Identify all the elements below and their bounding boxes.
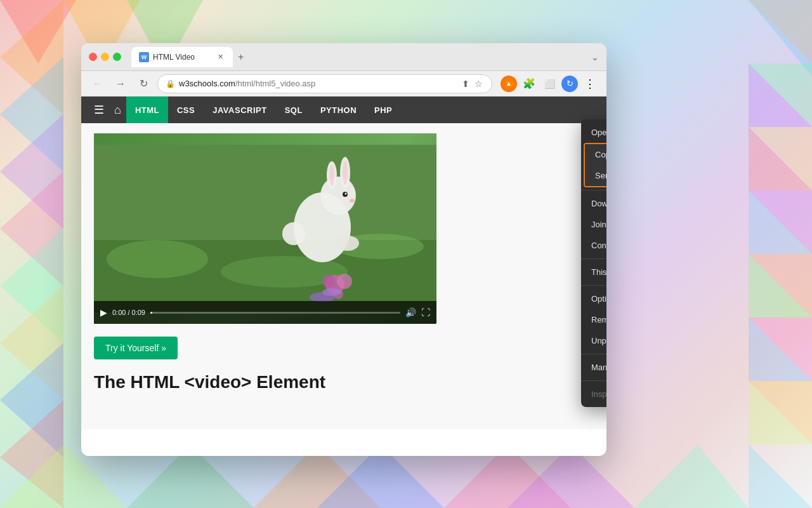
tab-favicon: W [139,52,149,62]
progress-fill [150,312,152,314]
menu-item-send-page-link[interactable]: Send Page Link to VLC [585,165,606,186]
play-button[interactable]: ▶ [100,307,107,318]
extensions-button[interactable]: 🧩 [520,75,538,93]
menu-separator-5 [581,380,606,381]
back-button[interactable]: ← [89,75,107,93]
menu-item-join-audio[interactable]: Join Audio Files [581,214,606,235]
browser-tab[interactable]: W HTML Video ✕ [131,47,233,67]
new-tab-button[interactable]: + [235,49,246,65]
video-controls: ▶ 0:00 / 0:09 🔊 ⛶ [94,301,436,324]
url-text: w3schools.com/html/html5_video.asp [179,79,315,88]
forward-button[interactable]: → [112,75,129,93]
fullscreen-button[interactable]: ⛶ [421,307,430,318]
svg-marker-13 [749,0,812,64]
refresh-button[interactable]: ↻ [134,75,152,93]
svg-point-52 [350,199,355,203]
home-button[interactable]: ⌂ [109,98,126,122]
svg-marker-26 [749,444,812,508]
vlc-extension-button[interactable]: ▲ [500,75,518,93]
svg-point-39 [337,274,352,289]
video-thumbnail [94,133,436,324]
sidebar-button[interactable]: ⬜ [540,75,558,93]
nav-item-html[interactable]: HTML [126,97,168,123]
menu-separator-3 [581,285,606,286]
svg-point-51 [345,193,347,195]
url-path: /html/html5_video.asp [235,79,315,88]
vlc-icon: ▲ [501,76,517,92]
tab-expand-button[interactable]: ⌄ [591,52,599,62]
nav-item-php[interactable]: PHP [365,97,401,123]
video-time: 0:00 / 0:09 [112,309,145,316]
svg-point-48 [329,164,334,186]
bookmark-button[interactable]: ☆ [473,77,484,90]
menu-item-unpin[interactable]: Unpin [581,330,606,351]
menu-item-site-data[interactable]: This can read and change site data › [581,262,606,283]
url-actions: ⬆ ☆ [461,77,484,90]
sync-button[interactable]: ↻ [561,75,579,93]
more-button[interactable]: ⋮ [581,75,599,93]
maximize-button[interactable] [113,53,121,61]
address-bar: ← → ↻ 🔒 w3schools.com/html/html5_video.a… [81,71,606,97]
tab-close-button[interactable]: ✕ [215,52,225,62]
nav-item-javascript[interactable]: JAVASCRIPT [204,97,275,123]
menu-item-manage-extension[interactable]: Manage extension [581,357,606,378]
tab-title: HTML Video [153,53,195,62]
menu-separator-2 [581,258,606,259]
menu-item-remove-chrome[interactable]: Remove from Chrome... [581,309,606,330]
url-domain: w3schools.com [179,79,235,88]
page-content: ▶ 0:00 / 0:09 🔊 ⛶ Try it Yourself » The … [81,123,606,429]
toolbar-icons: ▲ 🧩 ⬜ ↻ ⋮ [500,75,599,93]
menu-item-convert-mp3[interactable]: Convert to MP3 [581,235,606,256]
nav-item-python[interactable]: PYTHON [311,97,365,123]
traffic-lights [89,53,121,61]
sync-icon: ↻ [561,76,578,92]
menu-item-open-vlc[interactable]: Open in VLC™ media player [581,122,606,143]
more-icon: ⋮ [584,77,596,91]
menu-item-options[interactable]: Options [581,288,606,309]
svg-marker-32 [634,444,749,508]
svg-point-35 [107,240,208,278]
minimize-button[interactable] [101,53,109,61]
svg-point-43 [322,288,341,296]
try-it-button[interactable]: Try it Yourself » [94,337,178,359]
lock-icon: 🔒 [166,79,175,88]
svg-point-45 [320,177,356,215]
menu-item-copy-media[interactable]: Copy Media Links to the Clipboard [585,144,606,165]
menu-highlight-group: Copy Media Links to the Clipboard Send P… [584,143,606,187]
browser-window: W HTML Video ✕ + ⌄ ← → ↻ 🔒 w3schools.com… [81,43,606,456]
video-player[interactable]: ▶ 0:00 / 0:09 🔊 ⛶ [94,133,436,324]
svg-point-53 [336,236,359,251]
page-heading: The HTML <video> Element [94,372,594,392]
svg-point-49 [343,161,348,185]
title-bar: W HTML Video ✕ + ⌄ [81,43,606,71]
svg-point-40 [322,275,335,288]
puzzle-icon: 🧩 [523,77,535,90]
site-nav: ☰ ⌂ HTML CSS JAVASCRIPT SQL PYTHON PHP [81,97,606,123]
menu-item-inspect-popup: Inspect Pop-up [581,384,606,404]
sidebar-icon: ⬜ [544,79,555,89]
menu-separator-4 [581,354,606,354]
close-button[interactable] [89,53,97,61]
svg-point-54 [282,222,305,245]
share-button[interactable]: ⬆ [461,77,471,90]
context-menu: Open in VLC™ media player Copy Media Lin… [581,119,606,407]
progress-bar[interactable] [150,312,400,314]
hamburger-button[interactable]: ☰ [89,98,109,122]
tab-bar: W HTML Video ✕ + ⌄ [131,47,599,67]
menu-item-download-streams[interactable]: Download Live Streams [581,193,606,214]
menu-separator-1 [581,190,606,190]
nav-item-sql[interactable]: SQL [276,97,311,123]
nav-item-css[interactable]: CSS [168,97,204,123]
url-bar[interactable]: 🔒 w3schools.com/html/html5_video.asp ⬆ ☆ [157,74,492,93]
volume-button[interactable]: 🔊 [405,307,416,318]
